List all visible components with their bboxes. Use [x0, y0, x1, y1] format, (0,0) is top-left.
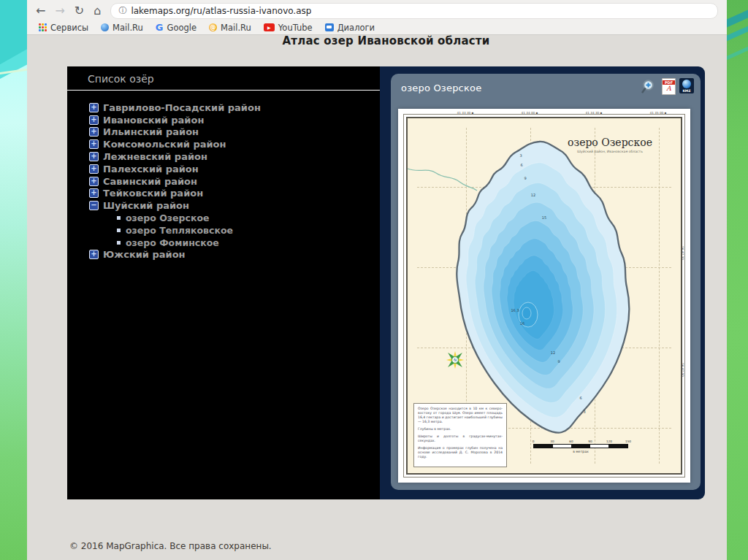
page-content: Атлас озер Ивановской области Список озё… [27, 35, 727, 560]
district-item[interactable]: +Тейковский район [89, 188, 377, 200]
bullet-icon [117, 229, 121, 232]
pdf-icon[interactable]: PDF A [662, 78, 676, 95]
info-icon[interactable]: ⓘ [118, 5, 126, 16]
url-text[interactable]: lakemaps.org/ru/atlas-russia-ivanovo.asp [131, 6, 311, 16]
map-legend-box: Озеро Озерское находится в 10 км к север… [413, 403, 507, 467]
district-item[interactable]: +Ильинский район [89, 126, 377, 139]
expand-icon[interactable]: + [89, 164, 99, 174]
district-label: Южский район [103, 249, 186, 260]
screenshot-stage: ← → ↻ ⌂ ⓘ lakemaps.org/ru/atlas-russia-i… [0, 0, 748, 560]
depth-label: 9 [557, 359, 560, 364]
globe-icon [682, 80, 691, 88]
zoom-icon[interactable] [641, 78, 658, 96]
address-bar[interactable]: ⓘ lakemaps.org/ru/atlas-russia-ivanovo.a… [110, 3, 718, 19]
expand-icon[interactable]: + [89, 152, 99, 161]
lake-label: озеро Тепляковское [126, 225, 233, 236]
district-item[interactable]: +Комсомольский район [89, 138, 377, 150]
dialogs-icon [325, 23, 334, 31]
district-item[interactable]: +Лежневский район [89, 150, 377, 163]
map-panel-title: озеро Озерское [401, 83, 481, 93]
scale-tick: 60 [569, 440, 573, 443]
frame-coordinate-label: 41 34 30 ▪ [586, 111, 603, 115]
district-label: Ивановский район [103, 115, 204, 126]
home-icon[interactable]: ⌂ [94, 5, 101, 17]
legend-paragraph: Озеро Озерское находится в 10 км к север… [418, 407, 503, 424]
bookmark-label: Mail.Ru [112, 23, 143, 33]
scale-caption: в метрах [533, 450, 628, 453]
lake-list-panel: Список озёр +Гаврилово-Посадский район+И… [67, 66, 380, 499]
page-title: Атлас озер Ивановской области [67, 34, 705, 47]
scale-tick: 90 [588, 440, 592, 443]
lake-list-header: Список озёр [88, 73, 154, 85]
browser-toolbar: ← → ↻ ⌂ ⓘ lakemaps.org/ru/atlas-russia-i… [27, 0, 727, 21]
reload-icon[interactable]: ↻ [75, 5, 84, 17]
atlas-slide: Список озёр +Гаврилово-Посадский район+И… [67, 66, 705, 499]
district-item[interactable]: +Палехский район [89, 163, 377, 175]
bookmark-item[interactable]: GGoogle [151, 23, 201, 33]
depth-label: 16 [520, 321, 524, 326]
depth-label: 15 [542, 215, 546, 220]
depth-label: 6 [520, 163, 522, 167]
district-item[interactable]: +Гаврилово-Посадский район [89, 101, 377, 114]
frame-coordinate-label: 41 35 00 ▪ [650, 111, 667, 115]
collapse-icon[interactable]: − [89, 201, 99, 210]
pdf-glyph: A [663, 85, 675, 92]
district-label: Ильинский район [103, 126, 199, 137]
depth-label: 9 [524, 176, 526, 180]
district-item[interactable]: −Шуйский район [89, 199, 377, 212]
district-item[interactable]: +Ивановский район [89, 114, 377, 126]
expand-icon[interactable]: + [89, 177, 99, 186]
bullet-icon [117, 241, 121, 245]
compass-north-label: N [454, 358, 457, 362]
map-title-block: озеро Озерское Шуйский район, Ивановская… [544, 137, 676, 153]
district-label: Шуйский район [103, 200, 189, 211]
lake-label: озеро Озерское [126, 212, 210, 223]
bathymetric-map[interactable]: озеро Озерское Шуйский район, Ивановская… [398, 109, 690, 483]
frame-coordinate-label: 56 47 30 [681, 246, 684, 260]
expand-icon[interactable]: + [89, 250, 99, 259]
depth-label: 6 [579, 396, 581, 400]
district-label: Тейковский район [103, 188, 203, 199]
bullet-icon [117, 216, 121, 220]
expand-icon[interactable]: + [89, 127, 99, 137]
expand-icon[interactable]: + [89, 188, 99, 198]
scale-bar-segments [533, 444, 628, 448]
compass-rose-icon: N [442, 347, 468, 373]
bookmark-label: Google [167, 23, 197, 33]
bookmark-item[interactable]: Диалоги [321, 23, 379, 33]
browser-chrome: ← → ↻ ⌂ ⓘ lakemaps.org/ru/atlas-russia-i… [27, 0, 727, 35]
bookmark-item[interactable]: Mail.Ru [96, 23, 148, 33]
frame-coordinate-label: 56 47 00 [681, 363, 684, 377]
map-subtitle: Шуйский район, Ивановская область [544, 150, 676, 153]
depth-label: 16,3 [511, 308, 519, 312]
legend-paragraph: Глубины в метрах. [418, 427, 503, 431]
district-item[interactable]: +Южский район [89, 249, 377, 261]
district-label: Савинский район [103, 176, 197, 187]
expand-icon[interactable]: + [89, 139, 99, 149]
browser-window: ← → ↻ ⌂ ⓘ lakemaps.org/ru/atlas-russia-i… [27, 0, 727, 560]
expand-icon[interactable]: + [89, 115, 99, 125]
district-item[interactable]: +Савинский район [89, 175, 377, 188]
background-decoration-right [727, 0, 748, 560]
kmz-icon[interactable]: KMZ [679, 78, 694, 93]
bookmark-label: YouTube [278, 23, 313, 33]
bookmark-item[interactable]: Сервисы [34, 23, 93, 33]
legend-paragraph: Широты и долготы в градусах-минутах-секу… [418, 434, 503, 443]
lake-label: озеро Фоминское [126, 237, 219, 248]
frame-coordinate-label: 41 33 30 ▪ [457, 111, 474, 115]
expand-icon[interactable]: + [89, 103, 99, 112]
bookmark-item[interactable]: ▶YouTube [259, 23, 317, 33]
bookmark-label: Mail.Ru [221, 23, 251, 33]
copyright-footer: © 2016 MapGraphica. Все права сохранены. [69, 541, 272, 551]
scale-tick: 150 [625, 440, 631, 443]
depth-label: 3 [519, 153, 522, 158]
bookmark-item[interactable]: @Mail.Ru [205, 23, 256, 33]
lake-item[interactable]: озеро Озерское [89, 212, 377, 224]
back-icon[interactable]: ← [36, 5, 45, 17]
district-label: Палехский район [103, 164, 199, 174]
bookmark-label: Сервисы [50, 23, 88, 33]
lake-item[interactable]: озеро Тепляковское [89, 224, 377, 237]
lake-item[interactable]: озеро Фоминское [89, 237, 377, 249]
forward-icon[interactable]: → [55, 5, 64, 17]
frame-coordinate-label: 41 34 00 ▪ [522, 111, 538, 115]
